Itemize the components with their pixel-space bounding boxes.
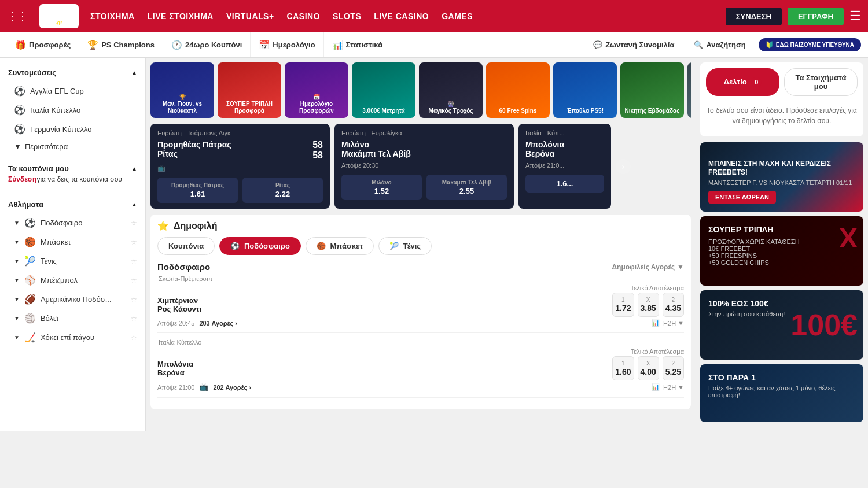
promo-card-counter[interactable]: 3.000€ Μετρητά — [352, 62, 415, 118]
baseball-chevron: ▼ — [14, 277, 20, 283]
tab-basketball[interactable]: 🏀 Μπάσκετ — [306, 237, 374, 255]
match-1-h2h-btn[interactable]: H2H ▼ — [663, 320, 684, 327]
match-1-odd-2[interactable]: 2 4.35 — [663, 293, 684, 317]
promo-card-triple[interactable]: ΣΟΥΠΕΡ ΤΡΙΠΛΗ Προσφορά — [218, 62, 281, 118]
banner-triple[interactable]: X ΣΟΥΠΕΡ ΤΡΙΠΛΗ ΠΡΟΣΦΟΡΑ ΧΩΡΙΣ ΚΑΤΑΘΕΣΗ … — [700, 216, 863, 286]
am-football-sport-icon: 🏈 — [24, 294, 36, 305]
betslip-badge: 0 — [751, 77, 762, 87]
basketball-sport-icon: 🏀 — [24, 236, 36, 247]
promo-card-ps-champions[interactable]: 🏆 Μαν. Γιουν. vs Νιούκαστλ — [150, 62, 214, 118]
nav-stats[interactable]: 📊 Στατιστικά — [324, 32, 392, 57]
signin-button[interactable]: ΣΥΝΔΕΣΗ — [726, 8, 782, 25]
banner-para-title: ΣΤΟ ΠΑΡΑ 1 — [708, 372, 855, 383]
sidebar-more-btn[interactable]: ▼ Περισσότερα — [0, 139, 145, 154]
banner-100-sub: Στην πρώτη σου κατάθεση! — [708, 310, 855, 317]
nav-casino[interactable]: CASINO — [287, 12, 320, 21]
banner-para1[interactable]: ΣΤΟ ΠΑΡΑ 1 Παίξε 4+ αγώνες και αν χάσεις… — [700, 364, 863, 422]
nav-live-stoixima[interactable]: LIVE ΣΤΟΙΧΗΜΑ — [148, 12, 214, 21]
promo-card-free-spins[interactable]: 60 Free Spins — [486, 62, 550, 118]
banner-100[interactable]: 100% ΕΩΣ 100€ Στην πρώτη σου κατάθεση! 1… — [700, 290, 863, 360]
sidebar-item-volleyball[interactable]: ▼ 🏐 Βόλεϊ ☆ — [0, 309, 145, 328]
popular-markets-label[interactable]: Δημοφιλείς Αγορές ▼ — [612, 263, 684, 271]
responsible-icon: 🔰 — [766, 41, 774, 49]
coupons-signin-link[interactable]: Σύνδεση — [8, 175, 36, 183]
promo-card-pragmatic[interactable]: Pragmatic Buy Bonus — [687, 62, 691, 118]
match-2-odd-1[interactable]: 1 1.60 — [612, 356, 634, 380]
live-match-1-odd-1[interactable]: Προμηθέας Πάτρας 1.61 — [157, 178, 238, 203]
nav-calendar[interactable]: 📅 Ημερολόγιο — [251, 32, 323, 57]
match-1-odd-1[interactable]: 1 1.72 — [612, 293, 634, 317]
search-icon: 🔍 — [694, 40, 703, 49]
match-2-odd-2[interactable]: 2 5.25 — [663, 356, 684, 380]
match-1-markets-link[interactable]: 203 Αγορές › — [199, 320, 237, 327]
tab-coupons[interactable]: Κουπόνια — [157, 237, 215, 255]
football-icon-1: ⚽ — [14, 86, 25, 97]
chat-icon: 💬 — [593, 40, 602, 49]
responsible-gaming-btn[interactable]: 🔰 ΕΔΩ ΠΑΙΖΟΥΜΕ ΥΠΕΥΘΥΝΑ — [759, 38, 861, 51]
sidebar-item-italy-cup[interactable]: ⚽ Ιταλία Κύπελλο — [0, 101, 145, 120]
live-match-3-odd-1[interactable]: 1.6... — [525, 175, 604, 193]
banner-para-sub: Παίξε 4+ αγώνες και αν χάσεις 1 μόνο, θέ… — [708, 385, 855, 398]
star-icon: ⭐ — [157, 220, 169, 231]
sidebar-item-football[interactable]: ▼ ⚽ Ποδόσφαιρο ☆ — [0, 213, 145, 232]
coupons-header[interactable]: Τα κουπόνια μου ▲ — [8, 164, 137, 173]
sidebar-item-hockey[interactable]: ▼ 🏒 Χόκεϊ επί πάγου ☆ — [0, 328, 145, 347]
shortcuts-header[interactable]: Συντομεύσεις ▲ — [0, 64, 145, 82]
promo-card-magic-wheel[interactable]: 🎡 Μαγικός Τροχός — [419, 62, 483, 118]
baseball-fav-icon: ☆ — [131, 276, 137, 284]
chevron-down-icon-h2h: ▼ — [678, 320, 684, 327]
nav-ps-champions[interactable]: 🏆 PS Champions — [79, 32, 163, 57]
betslip-tabs: Δελτίο 0 Τα Στοιχήματά μου — [706, 68, 858, 96]
nav-stoixima[interactable]: ΣΤΟΙΧΗΜΑ — [90, 12, 135, 21]
nav-live-casino[interactable]: LIVE CASINO — [374, 12, 429, 21]
nav-offers[interactable]: 🎁 Προσφορές — [7, 32, 79, 57]
live-match-1-team2: Ρίτας — [157, 149, 231, 158]
live-chat-btn[interactable]: 💬 Ζωντανή Συνομιλία — [586, 40, 681, 49]
banner-ps-champions[interactable]: ΜΠΑΙΝΕΙΣ ΣΤΗ ΜΑΧΗ ΚΑΙ ΚΕΡΔΙΖΕΙΣ FREEBETS… — [700, 142, 863, 212]
register-button[interactable]: ΕΓΓΡΑΦΗ — [788, 8, 844, 25]
nav-24h-coupon[interactable]: 🕐 24ωρο Κουπόνι — [163, 32, 251, 57]
nav-slots[interactable]: SLOTS — [333, 12, 361, 21]
sidebar-item-england-efl[interactable]: ⚽ Αγγλία EFL Cup — [0, 82, 145, 101]
sidebar-item-american-football[interactable]: ▼ 🏈 Αμερικάνικο Ποδόσ... ☆ — [0, 290, 145, 309]
nav-games[interactable]: GAMES — [442, 12, 473, 21]
sidebar-item-basketball[interactable]: ▼ 🏀 Μπάσκετ ☆ — [0, 232, 145, 252]
tab-tennis[interactable]: 🎾 Τένις — [378, 237, 432, 255]
live-match-2-team1: Μιλάνο — [341, 140, 411, 149]
banner-ps-cta[interactable]: ΕΝΤΑΣΕ ΔΩΡΕΑΝ — [708, 191, 776, 204]
betslip-tab-my-bets[interactable]: Τα Στοιχήματά μου — [784, 68, 858, 96]
promo-card-ps5[interactable]: Έπαθλο PS5! — [553, 62, 617, 118]
live-match-2-odd-1[interactable]: Μιλάνο 1.52 — [341, 175, 422, 200]
coupons-section: Τα κουπόνια μου ▲ Σύνδεσηγια να δεις τα … — [0, 160, 145, 190]
basketball-chevron: ▼ — [14, 239, 20, 245]
match-2-h2h-btn[interactable]: H2H ▼ — [663, 384, 684, 391]
baseball-sport-icon: ⚾ — [24, 275, 36, 286]
live-match-1-odd-2[interactable]: Ρίτας 2.22 — [242, 178, 323, 203]
football-chevron: ▼ — [14, 220, 20, 226]
tab-football[interactable]: ⚽ Ποδόσφαιρο — [219, 237, 301, 255]
promo-card-calendar[interactable]: 📅 Ημερολόγιο Προσφορών — [285, 62, 348, 118]
live-match-1: Ευρώπη - Τσάμπιονς Λιγκ Προμηθέας Πάτρας… — [150, 124, 330, 209]
match-2-markets-link[interactable]: 202 Αγορές › — [213, 384, 251, 391]
match-1-odd-x[interactable]: X 3.85 — [638, 293, 659, 317]
sidebar-item-tennis[interactable]: ▼ 🎾 Τένις ☆ — [0, 252, 145, 271]
promo-card-winner[interactable]: Νικητής Εβδομάδας — [620, 62, 684, 118]
sports-header[interactable]: Αθλήματα ▲ — [0, 195, 145, 213]
tennis-chevron: ▼ — [14, 258, 20, 264]
search-btn[interactable]: 🔍 Αναζήτηση — [687, 40, 752, 49]
betslip-tab-deltio[interactable]: Δελτίο 0 — [706, 68, 779, 96]
live-match-2-odd-2[interactable]: Μακάμπι Τελ Αβίβ 2.55 — [426, 175, 507, 200]
bar-chart-icon: 📊 — [652, 319, 660, 327]
sidebar-item-germany-cup[interactable]: ⚽ Γερμανία Κύπελλο — [0, 120, 145, 139]
logo-area[interactable]: game StoiXima .gr — [39, 4, 79, 28]
nav-right: ΣΥΝΔΕΣΗ ΕΓΓΡΑΦΗ ☰ — [726, 8, 861, 25]
match-2-odd-x[interactable]: X 4.00 — [638, 356, 659, 380]
stats-icon: 📊 — [332, 40, 343, 50]
grid-icon[interactable]: ⋮⋮ — [7, 10, 28, 23]
hamburger-icon[interactable]: ☰ — [849, 9, 861, 24]
sidebar-item-baseball[interactable]: ▼ ⚾ Μπέιζμπολ ☆ — [0, 271, 145, 290]
live-matches-next-btn[interactable]: › — [616, 159, 631, 174]
am-football-chevron: ▼ — [14, 296, 20, 302]
top-navigation: ⋮⋮ game StoiXima .gr ΣΤΟΙΧΗΜΑ LIVE ΣΤΟΙΧ… — [0, 0, 868, 32]
nav-virtuals[interactable]: VIRTUALS+ — [226, 12, 274, 21]
